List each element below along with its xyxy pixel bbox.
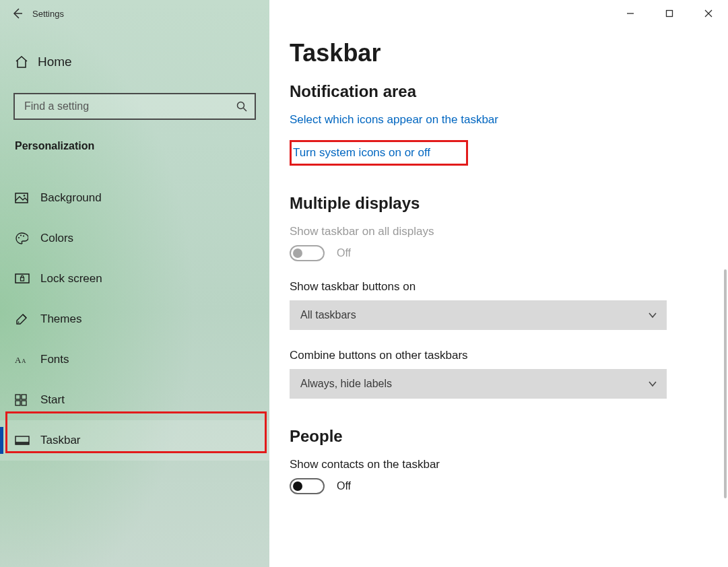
- svg-point-4: [20, 234, 22, 236]
- svg-rect-11: [15, 395, 20, 399]
- svg-point-3: [18, 237, 20, 238]
- title-bar: Settings: [0, 0, 269, 27]
- settings-window: Settings Home Personalization Backgro: [0, 0, 728, 567]
- sidebar-item-label: Taskbar: [40, 434, 81, 447]
- svg-rect-14: [22, 401, 26, 405]
- sidebar-item-label: Background: [40, 191, 102, 205]
- home-icon: [15, 55, 38, 69]
- app-title: Settings: [32, 9, 64, 19]
- svg-rect-16: [15, 442, 29, 444]
- close-icon: [704, 9, 713, 18]
- sidebar-item-label: Colors: [40, 232, 73, 245]
- back-button[interactable]: [3, 0, 32, 27]
- sidebar-nav-list: Background Colors Lock screen Themes: [0, 178, 269, 461]
- label-show-taskbar-all: Show taskbar on all displays: [290, 225, 728, 238]
- sidebar-item-background[interactable]: Background: [0, 178, 269, 218]
- chevron-down-icon: [648, 310, 657, 320]
- sidebar-item-fonts[interactable]: AA Fonts: [0, 339, 269, 380]
- fonts-icon: AA: [15, 354, 40, 366]
- sidebar: Settings Home Personalization Backgro: [0, 0, 269, 567]
- sidebar-item-label: Start: [40, 393, 65, 407]
- palette-icon: [15, 232, 40, 245]
- svg-rect-17: [667, 11, 673, 17]
- svg-rect-1: [15, 193, 28, 203]
- sidebar-item-label: Themes: [40, 312, 81, 326]
- page-body: Taskbar Notification area Select which i…: [290, 39, 728, 567]
- sidebar-item-colors[interactable]: Colors: [0, 218, 269, 259]
- search-icon: [236, 100, 248, 112]
- sidebar-item-label: Fonts: [40, 353, 69, 366]
- svg-text:A: A: [22, 358, 26, 364]
- taskbar-icon: [15, 436, 40, 445]
- section-multiple-displays: Multiple displays: [290, 194, 728, 213]
- label-show-taskbar-buttons: Show taskbar buttons on: [290, 280, 728, 294]
- section-notification-area: Notification area: [290, 82, 728, 101]
- sidebar-item-taskbar[interactable]: Taskbar: [0, 420, 269, 461]
- search-box[interactable]: [13, 93, 256, 120]
- toggle-show-contacts[interactable]: [290, 478, 325, 494]
- chevron-down-icon: [648, 379, 657, 389]
- maximize-icon: [665, 9, 673, 18]
- svg-point-8: [18, 322, 20, 323]
- close-button[interactable]: [689, 0, 728, 27]
- highlight-box-system-icons: Turn system icons on or off: [290, 140, 468, 166]
- svg-point-5: [23, 235, 24, 236]
- window-controls: [611, 0, 728, 27]
- maximize-button[interactable]: [650, 0, 689, 27]
- dropdown-value: All taskbars: [300, 309, 356, 321]
- minimize-icon: [626, 9, 634, 18]
- back-arrow-icon: [11, 7, 24, 20]
- sidebar-item-themes[interactable]: Themes: [0, 299, 269, 339]
- home-nav[interactable]: Home: [0, 46, 269, 78]
- themes-icon: [15, 312, 40, 326]
- label-show-contacts: Show contacts on the taskbar: [290, 458, 728, 471]
- page-title: Taskbar: [290, 39, 728, 67]
- svg-rect-12: [22, 395, 26, 399]
- label-combine-buttons: Combine buttons on other taskbars: [290, 349, 728, 362]
- toggle-state-show-taskbar-all: Off: [337, 247, 351, 259]
- svg-text:A: A: [15, 355, 22, 365]
- toggle-state-show-contacts: Off: [337, 480, 351, 492]
- toggle-show-taskbar-all: [290, 245, 325, 261]
- minimize-button[interactable]: [611, 0, 650, 27]
- search-input[interactable]: [23, 100, 236, 113]
- start-icon: [15, 394, 40, 406]
- scrollbar[interactable]: [724, 269, 727, 498]
- dropdown-combine-buttons[interactable]: Always, hide labels: [290, 369, 667, 399]
- sidebar-item-start[interactable]: Start: [0, 380, 269, 420]
- svg-point-0: [238, 102, 244, 109]
- sidebar-item-lock-screen[interactable]: Lock screen: [0, 259, 269, 299]
- content-pane: Taskbar Notification area Select which i…: [269, 0, 728, 567]
- link-select-icons[interactable]: Select which icons appear on the taskbar: [290, 113, 498, 127]
- sidebar-item-label: Lock screen: [40, 272, 102, 286]
- picture-icon: [15, 193, 40, 203]
- category-heading: Personalization: [15, 140, 269, 152]
- lock-screen-icon: [15, 273, 40, 284]
- svg-point-2: [24, 195, 26, 197]
- svg-rect-13: [15, 401, 20, 405]
- home-label: Home: [38, 55, 72, 69]
- section-people: People: [290, 427, 728, 446]
- dropdown-value: Always, hide labels: [300, 378, 392, 390]
- svg-rect-7: [21, 277, 24, 281]
- dropdown-show-taskbar-buttons[interactable]: All taskbars: [290, 300, 667, 330]
- link-system-icons[interactable]: Turn system icons on or off: [293, 146, 430, 160]
